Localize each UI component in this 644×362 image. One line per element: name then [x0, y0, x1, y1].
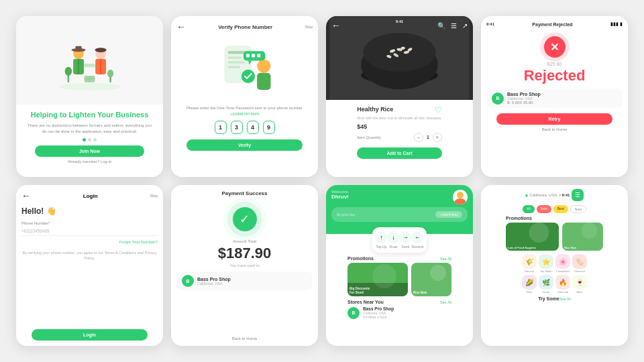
- onboarding-headline: Helping to Lighten Your Business: [31, 110, 149, 119]
- search-icon[interactable]: 🔍: [437, 22, 445, 29]
- merchant-name: Bass Pro Shop: [507, 92, 541, 97]
- explore-promo-title: Promotions: [506, 216, 603, 221]
- try-some-section: Try Some See All: [533, 295, 576, 302]
- cat-wine[interactable]: 🍷 Wine: [572, 275, 587, 294]
- retry-button[interactable]: Retry: [496, 113, 612, 125]
- screen-product: ← 🔍 ☰ ↗ 9:41 Healthy Rice ♡ Rice with th…: [326, 16, 473, 177]
- see-all-link[interactable]: See All: [440, 257, 451, 261]
- svg-point-9: [95, 48, 106, 53]
- filter-tags: All Sale Best New: [517, 205, 592, 216]
- screen-verify-phone: ← Verify Phone Number Skip: [171, 16, 318, 177]
- success-back-home-button[interactable]: Back to Home: [232, 337, 258, 341]
- x-icon: ✕: [550, 41, 559, 54]
- join-now-button[interactable]: Join Now: [35, 145, 144, 157]
- action-receive[interactable]: ← Receive: [411, 231, 423, 249]
- cat-flowerfield[interactable]: 🌸 Flowerfield: [555, 254, 570, 273]
- store-item[interactable]: B Bass Pro Shop California, USA 0.5 Mile…: [347, 306, 451, 319]
- screen-payment-rejected: 9:41 Payment Rejected ▮▮▮ ▮ ✕ $25.90 Rej…: [481, 16, 628, 177]
- merchant-info: B Bass Pro Shop California, USA $- 5,600…: [486, 88, 623, 108]
- product-name: Healthy Rice: [357, 106, 393, 113]
- otp-box-4[interactable]: 9: [263, 121, 275, 134]
- payment-rejected-title: Payment Rejected: [532, 22, 572, 27]
- time-display: 9:41: [486, 22, 494, 26]
- login-back-icon[interactable]: ←: [21, 190, 31, 201]
- explore-promo-2[interactable]: Rice Now: [562, 223, 603, 251]
- login-skip[interactable]: Skip: [150, 194, 158, 198]
- promo-card-2[interactable]: Rice Now: [411, 263, 451, 296]
- home-avatar[interactable]: [453, 190, 468, 204]
- tag-sale[interactable]: Sale: [537, 205, 551, 213]
- add-to-cart-button[interactable]: Add to Cart: [357, 147, 442, 159]
- otp-box-3[interactable]: 4: [247, 121, 259, 134]
- cat-flour[interactable]: 🌽 Flour: [522, 275, 537, 294]
- success-header: Payment Success: [176, 190, 313, 196]
- success-merchant-name: Bass Pro Shop: [197, 277, 231, 282]
- cat-discount[interactable]: 🏷️ Discount: [572, 254, 587, 273]
- action-draw[interactable]: ↓ Draw: [387, 231, 399, 249]
- login-link[interactable]: Already member? Log in: [68, 160, 111, 164]
- svg-rect-10: [84, 64, 95, 67]
- try-some-header: Try Some See All: [538, 296, 571, 301]
- verify-description: Please enter the One-Time Password sent …: [176, 105, 313, 117]
- store-distance: 0.5 Miles 1 hour: [363, 315, 394, 319]
- verify-header: ← Verify Phone Number Skip: [176, 21, 313, 32]
- merchant-details: Bass Pro Shop California, USA $- 5,600 3…: [507, 92, 541, 105]
- success-merchant-info: B Bass Pro Shop California, USA: [176, 272, 313, 290]
- cat-grain[interactable]: 🌿 Grain: [539, 275, 553, 294]
- login-button[interactable]: Login: [32, 329, 148, 341]
- verify-title: Verify Phone Number: [218, 24, 272, 30]
- favorite-icon[interactable]: ♡: [435, 105, 442, 115]
- login-greeting: Hello! 👋: [21, 206, 56, 216]
- action-topup[interactable]: ↑ Top Up: [375, 231, 387, 249]
- signal-icons: ▮▮▮ ▮: [610, 21, 623, 27]
- tag-new[interactable]: New: [570, 205, 586, 213]
- login-title: Login: [83, 193, 98, 199]
- share-icon[interactable]: ↗: [462, 22, 468, 29]
- store-avatar: B: [347, 307, 360, 319]
- filter-button[interactable]: ☰: [572, 189, 584, 201]
- promo-card-1[interactable]: Big DiscountsFor Store!: [347, 263, 408, 296]
- qty-label: Item Quantity: [357, 135, 381, 139]
- explore-promo-1[interactable]: Lots of Food Supplies: [506, 223, 559, 251]
- dot-2: [88, 138, 91, 141]
- skip-link[interactable]: Skip: [305, 25, 313, 29]
- tag-all[interactable]: All: [523, 205, 535, 213]
- screen-login: ← Login Skip Hello! 👋 Phone Number* Forg…: [16, 185, 163, 346]
- success-title: Payment Success: [221, 190, 267, 196]
- filter-icon[interactable]: ☰: [451, 22, 457, 29]
- svg-point-24: [257, 59, 270, 72]
- otp-box-2[interactable]: 3: [231, 121, 243, 134]
- cat-charcoal[interactable]: 🔥 Charcoal: [555, 275, 570, 294]
- dot-3: [93, 138, 97, 141]
- phone-input[interactable]: [21, 227, 158, 236]
- svg-point-34: [363, 33, 435, 72]
- rejected-amount-label: $25.90: [547, 62, 561, 66]
- cat-harvest[interactable]: 🌾 Harvest: [522, 254, 537, 273]
- otp-box-1[interactable]: 1: [215, 121, 227, 134]
- stores-see-all[interactable]: See All: [440, 300, 451, 304]
- status-bar: 9:41: [486, 22, 494, 26]
- add-points-button[interactable]: + Add Points: [435, 211, 462, 218]
- forgot-number-link[interactable]: Forgot Your Number?: [119, 240, 158, 244]
- product-price: $45: [357, 123, 442, 130]
- svg-rect-5: [75, 46, 81, 51]
- verify-button[interactable]: Verify: [186, 139, 303, 151]
- phone-label: Phone Number*: [21, 221, 50, 225]
- tag-best[interactable]: Best: [553, 205, 568, 213]
- qty-increase-button[interactable]: +: [433, 133, 442, 142]
- back-home-button[interactable]: Back to Home: [542, 127, 568, 131]
- qty-value: 1: [427, 135, 429, 139]
- verify-illustration: [204, 39, 286, 103]
- cat-top-seller[interactable]: ⭐ Top Seller: [539, 254, 553, 273]
- qty-decrease-button[interactable]: −: [414, 133, 423, 142]
- success-icon: ✓: [233, 207, 257, 231]
- explore-time: 9:41: [561, 193, 570, 197]
- svg-point-43: [454, 198, 466, 204]
- try-see-all[interactable]: See All: [559, 297, 571, 301]
- back-icon[interactable]: ←: [176, 21, 186, 32]
- quantity-row: Item Quantity − 1 +: [357, 133, 442, 142]
- product-info: Healthy Rice ♡ Rice with the best rice t…: [350, 100, 449, 177]
- action-send[interactable]: → Send: [399, 231, 411, 249]
- svg-point-50: [529, 223, 549, 243]
- product-back-icon[interactable]: ←: [331, 20, 341, 31]
